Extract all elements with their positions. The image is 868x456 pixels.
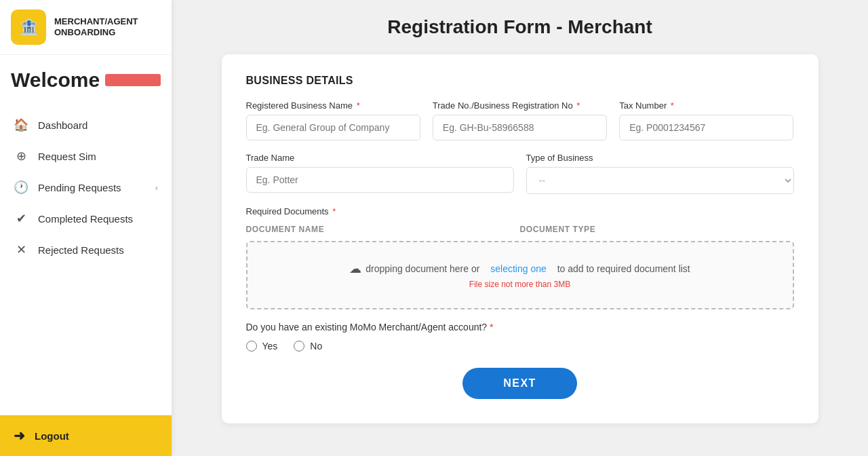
drop-after-text: to add to required document list — [557, 263, 690, 274]
main-content: Registration Form - Merchant BUSINESS DE… — [172, 0, 868, 456]
momo-question-label: Do you have an existing MoMo Merchant/Ag… — [246, 322, 794, 332]
label-tax-number: Tax Number * — [619, 100, 793, 111]
momo-radio-group: Yes No — [246, 341, 794, 352]
input-registered-business-name[interactable] — [246, 115, 420, 140]
label-registered-business-name: Registered Business Name * — [246, 100, 420, 111]
label-type-of-business: Type of Business — [526, 153, 794, 163]
app-logo: 🏦 — [11, 10, 46, 45]
sidebar-item-label: Pending Requests — [38, 182, 146, 193]
welcome-section: Welcome — [0, 55, 172, 98]
label-trade-no: Trade No./Business Registration No * — [433, 100, 607, 111]
file-size-limit: File size not more than 3MB — [261, 280, 779, 289]
docs-label: Required Documents * — [246, 206, 794, 216]
radio-no-label: No — [310, 341, 322, 352]
brand-line1: MERCHANT/AGENT — [54, 16, 138, 27]
sidebar-item-label: Rejected Requests — [38, 244, 158, 256]
momo-section: Do you have an existing MoMo Merchant/Ag… — [246, 322, 794, 352]
sidebar-item-label: Request Sim — [38, 151, 158, 162]
sidebar-item-pending-requests[interactable]: 🕐 Pending Requests ‹ — [0, 172, 172, 203]
input-trade-name[interactable] — [246, 167, 514, 193]
field-trade-no: Trade No./Business Registration No * — [433, 100, 607, 140]
select-type-of-business[interactable]: -- — [526, 167, 794, 194]
input-tax-number[interactable] — [619, 115, 793, 140]
page-title: Registration Form - Merchant — [193, 16, 846, 38]
docs-column-headers: DOCUMENT NAME DOCUMENT TYPE — [246, 222, 794, 241]
brand-name: MERCHANT/AGENT ONBOARDING — [54, 16, 138, 37]
form-row-1: Registered Business Name * Trade No./Bus… — [246, 100, 794, 140]
required-documents-section: Required Documents * DOCUMENT NAME DOCUM… — [246, 206, 794, 309]
document-drop-zone[interactable]: ☁ dropping document here or selecting on… — [246, 241, 794, 309]
next-button[interactable]: NEXT — [462, 368, 577, 399]
sidebar-item-label: Completed Requests — [38, 213, 158, 225]
select-file-link[interactable]: selecting one — [490, 263, 547, 274]
col-document-name: DOCUMENT NAME — [246, 222, 520, 237]
field-tax-number: Tax Number * — [619, 100, 793, 140]
plus-circle-icon: ⊕ — [14, 149, 28, 164]
label-trade-name: Trade Name — [246, 153, 514, 163]
logout-button[interactable]: ➜ Logout — [0, 415, 172, 456]
home-icon: 🏠 — [14, 117, 28, 132]
x-icon: ✕ — [14, 242, 28, 257]
field-trade-name: Trade Name — [246, 153, 514, 194]
check-icon: ✔ — [14, 211, 28, 226]
sidebar-header: 🏦 MERCHANT/AGENT ONBOARDING — [0, 0, 172, 55]
sidebar-item-dashboard[interactable]: 🏠 Dashboard — [0, 109, 172, 140]
sidebar-item-rejected-requests[interactable]: ✕ Rejected Requests — [0, 234, 172, 265]
drop-text: dropping document here or — [366, 263, 479, 274]
chevron-left-icon: ‹ — [155, 183, 158, 193]
clock-icon: 🕐 — [14, 180, 28, 195]
logout-label: Logout — [35, 430, 69, 442]
field-type-of-business: Type of Business -- — [526, 153, 794, 194]
form-row-2: Trade Name Type of Business -- — [246, 153, 794, 194]
radio-yes-label: Yes — [262, 341, 278, 352]
upload-icon: ☁ — [349, 261, 361, 276]
form-card: BUSINESS DETAILS Registered Business Nam… — [222, 54, 818, 423]
sidebar: 🏦 MERCHANT/AGENT ONBOARDING Welcome 🏠 Da… — [0, 0, 172, 456]
radio-input-yes[interactable] — [246, 341, 257, 352]
radio-yes[interactable]: Yes — [246, 341, 278, 352]
sidebar-item-label: Dashboard — [38, 119, 158, 131]
sidebar-nav: 🏠 Dashboard ⊕ Request Sim 🕐 Pending Requ… — [0, 98, 172, 415]
sidebar-item-completed-requests[interactable]: ✔ Completed Requests — [0, 203, 172, 234]
logout-icon: ➜ — [14, 428, 25, 444]
field-registered-business-name: Registered Business Name * — [246, 100, 420, 140]
drop-zone-text: ☁ dropping document here or selecting on… — [261, 261, 779, 276]
logo-icon: 🏦 — [20, 18, 38, 36]
radio-no[interactable]: No — [294, 341, 322, 352]
col-document-type: DOCUMENT TYPE — [520, 222, 794, 237]
welcome-label: Welcome — [11, 69, 161, 92]
brand-line2: ONBOARDING — [54, 27, 138, 38]
welcome-name-redacted — [105, 74, 161, 86]
radio-input-no[interactable] — [294, 341, 304, 352]
sidebar-item-request-sim[interactable]: ⊕ Request Sim — [0, 140, 172, 172]
section-title: BUSINESS DETAILS — [246, 75, 794, 87]
input-trade-no[interactable] — [433, 115, 607, 140]
